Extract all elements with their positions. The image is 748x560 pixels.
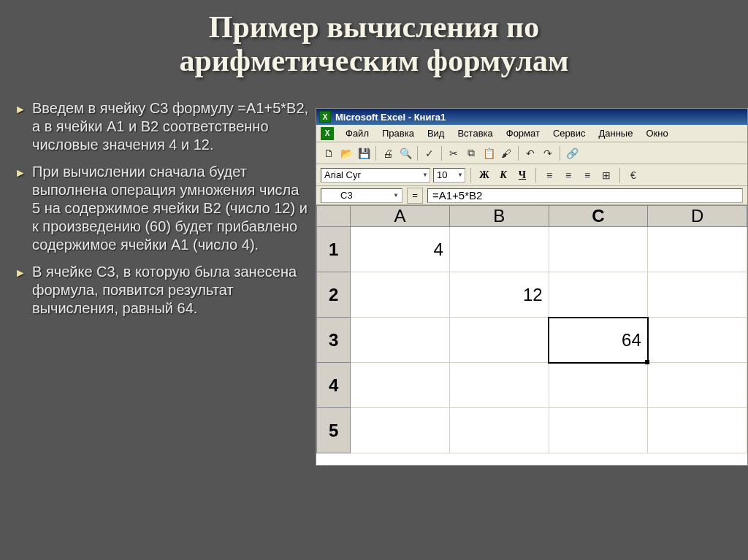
cell-a2[interactable] [351, 272, 450, 318]
excel-titlebar: X Microsoft Excel - Книга1 [316, 109, 747, 125]
select-all-corner[interactable] [317, 206, 351, 227]
standard-toolbar: 🗋 📂 💾 🖨 🔍 ✓ ✂ ⧉ 📋 🖌 ↶ ↷ 🔗 [316, 142, 747, 164]
col-header-a[interactable]: A [351, 206, 450, 227]
merge-cells-icon[interactable]: ⊞ [598, 167, 614, 183]
row-header-1[interactable]: 1 [317, 227, 351, 272]
chevron-down-icon: ▼ [457, 172, 465, 178]
title-line-1: Пример вычисления по [209, 10, 539, 44]
cell-c2[interactable] [549, 272, 648, 318]
cell-d1[interactable] [648, 227, 747, 272]
bold-button[interactable]: Ж [476, 167, 492, 183]
menu-format[interactable]: Формат [500, 126, 546, 140]
col-header-d[interactable]: D [648, 206, 747, 227]
cell-b3[interactable] [449, 318, 549, 363]
toolbar-separator [518, 146, 519, 161]
formula-bar: C3 ▼ = =A1+5*B2 [316, 186, 747, 205]
align-right-icon[interactable]: ≡ [579, 167, 595, 183]
bullet-item: ► При вычислении сначала будет выполнена… [15, 163, 310, 254]
copy-icon[interactable]: ⧉ [463, 145, 479, 161]
cell-b4[interactable] [449, 363, 549, 408]
save-icon[interactable]: 💾 [356, 145, 372, 161]
name-box[interactable]: C3 ▼ [321, 188, 402, 203]
cell-c1[interactable] [549, 227, 648, 272]
formula-input[interactable]: =A1+5*B2 [427, 188, 743, 203]
font-size-select[interactable]: 10 ▼ [433, 168, 465, 183]
row-header-5[interactable]: 5 [317, 408, 351, 453]
menu-window[interactable]: Окно [640, 126, 673, 140]
paste-icon[interactable]: 📋 [481, 145, 497, 161]
toolbar-separator [441, 146, 442, 161]
italic-button[interactable]: К [495, 167, 511, 183]
toolbar-separator [375, 146, 376, 161]
spellcheck-icon[interactable]: ✓ [421, 145, 438, 161]
align-left-icon[interactable]: ≡ [541, 167, 557, 183]
font-size-value: 10 [437, 169, 447, 180]
toolbar-separator [535, 168, 536, 183]
menu-edit[interactable]: Правка [376, 126, 420, 140]
chevron-down-icon: ▼ [422, 172, 430, 178]
cell-c4[interactable] [549, 363, 648, 408]
menu-view[interactable]: Вид [421, 126, 451, 140]
cell-c5[interactable] [549, 408, 648, 453]
font-name-value: Arial Cyr [324, 169, 361, 180]
cell-a3[interactable] [351, 318, 450, 363]
cell-d4[interactable] [648, 363, 747, 408]
excel-doc-icon: X [321, 127, 334, 140]
toolbar-separator [619, 168, 620, 183]
title-line-2: арифметическим формулам [179, 44, 568, 77]
row-header-2[interactable]: 2 [317, 272, 351, 318]
row-header-4[interactable]: 4 [317, 363, 351, 408]
format-painter-icon[interactable]: 🖌 [498, 145, 514, 161]
chevron-down-icon: ▼ [393, 192, 400, 199]
cell-b2[interactable]: 12 [449, 272, 549, 318]
formula-text: =A1+5*B2 [432, 189, 482, 202]
formatting-toolbar: Arial Cyr ▼ 10 ▼ Ж К Ч ≡ ≡ ≡ ⊞ € [316, 164, 747, 186]
bullet-text: Введем в ячейку С3 формулу =А1+5*В2, а в… [32, 100, 308, 153]
undo-icon[interactable]: ↶ [522, 145, 538, 161]
currency-icon[interactable]: € [625, 167, 641, 183]
menu-file[interactable]: Файл [340, 126, 375, 140]
menu-tools[interactable]: Сервис [547, 126, 592, 140]
new-file-icon[interactable]: 🗋 [321, 145, 337, 161]
menu-insert[interactable]: Вставка [451, 126, 498, 140]
name-box-value: C3 [340, 190, 353, 201]
toolbar-separator [560, 146, 560, 161]
bullet-item: ► Введем в ячейку С3 формулу =А1+5*В2, а… [15, 99, 310, 154]
align-center-icon[interactable]: ≡ [560, 167, 576, 183]
bullet-marker-icon: ► [15, 102, 26, 117]
col-header-b[interactable]: B [449, 206, 549, 227]
slide-title: Пример вычисления по арифметическим форм… [0, 10, 748, 77]
cell-a5[interactable] [351, 408, 450, 453]
cell-b1[interactable] [449, 227, 549, 272]
window-title: Microsoft Excel - Книга1 [335, 112, 446, 123]
print-preview-icon[interactable]: 🔍 [397, 145, 413, 161]
col-header-c[interactable]: C [549, 206, 648, 227]
hyperlink-icon[interactable]: 🔗 [564, 145, 580, 161]
cell-c3[interactable]: 64 [549, 318, 648, 363]
toolbar-separator [470, 168, 471, 183]
cell-b5[interactable] [449, 408, 549, 453]
bullet-marker-icon: ► [15, 266, 26, 280]
open-file-icon[interactable]: 📂 [338, 145, 354, 161]
cell-a1[interactable]: 4 [351, 227, 450, 272]
spreadsheet-grid[interactable]: A B C D 1 4 2 12 3 [316, 205, 747, 466]
excel-menubar: X Файл Правка Вид Вставка Формат Сервис … [316, 125, 747, 142]
toolbar-separator [417, 146, 418, 161]
bullet-item: ► В ячейке С3, в которую была занесена ф… [15, 263, 310, 318]
cell-d5[interactable] [648, 408, 747, 453]
menu-data[interactable]: Данные [592, 126, 638, 140]
print-icon[interactable]: 🖨 [380, 145, 396, 161]
equals-button[interactable]: = [407, 188, 423, 204]
cell-d3[interactable] [648, 318, 747, 363]
bullet-text: В ячейке С3, в которую была занесена фор… [32, 264, 297, 316]
bullet-text: При вычислении сначала будет выполнена о… [32, 164, 308, 253]
cut-icon[interactable]: ✂ [446, 145, 462, 161]
redo-icon[interactable]: ↷ [540, 145, 556, 161]
excel-window: X Microsoft Excel - Книга1 X Файл Правка… [316, 108, 748, 466]
cell-a4[interactable] [351, 363, 450, 408]
cell-d2[interactable] [648, 272, 747, 318]
excel-app-icon: X [319, 111, 331, 123]
font-name-select[interactable]: Arial Cyr ▼ [321, 168, 430, 183]
underline-button[interactable]: Ч [514, 167, 530, 183]
row-header-3[interactable]: 3 [317, 318, 351, 363]
